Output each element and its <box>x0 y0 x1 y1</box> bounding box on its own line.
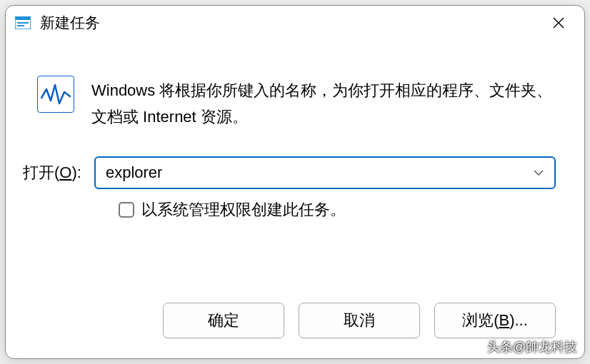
open-input-value: explorer <box>106 163 533 182</box>
info-text: Windows 将根据你所键入的名称，为你打开相应的程序、文件夹、文档或 Int… <box>91 76 556 131</box>
close-button[interactable] <box>541 9 576 37</box>
titlebar: 新建任务 <box>6 6 584 40</box>
run-task-dialog: 新建任务 Windows 将根据你所键入的名称，为你打开相应的程序、文件夹、文档… <box>5 5 585 359</box>
admin-checkbox-row: 以系统管理权限创建此任务。 <box>119 199 556 221</box>
browse-button[interactable]: 浏览(B)... <box>434 303 556 338</box>
open-label: 打开(O): <box>23 162 81 183</box>
dialog-title: 新建任务 <box>40 13 541 33</box>
app-icon <box>14 16 31 30</box>
svg-rect-2 <box>17 22 29 24</box>
admin-checkbox-label: 以系统管理权限创建此任务。 <box>141 199 346 221</box>
open-combobox[interactable]: explorer <box>94 156 556 189</box>
svg-rect-3 <box>17 25 24 26</box>
admin-checkbox[interactable] <box>119 202 134 218</box>
perfmon-icon <box>37 76 74 113</box>
open-input-row: 打开(O): explorer <box>34 156 556 189</box>
close-icon <box>553 17 564 29</box>
cancel-button[interactable]: 取消 <box>299 303 420 338</box>
ok-button[interactable]: 确定 <box>163 303 284 338</box>
dialog-content: Windows 将根据你所键入的名称，为你打开相应的程序、文件夹、文档或 Int… <box>6 40 584 303</box>
info-row: Windows 将根据你所键入的名称，为你打开相应的程序、文件夹、文档或 Int… <box>34 76 556 131</box>
chevron-down-icon[interactable] <box>533 167 544 178</box>
svg-rect-1 <box>15 16 31 20</box>
button-row: 确定 取消 浏览(B)... <box>6 303 584 358</box>
